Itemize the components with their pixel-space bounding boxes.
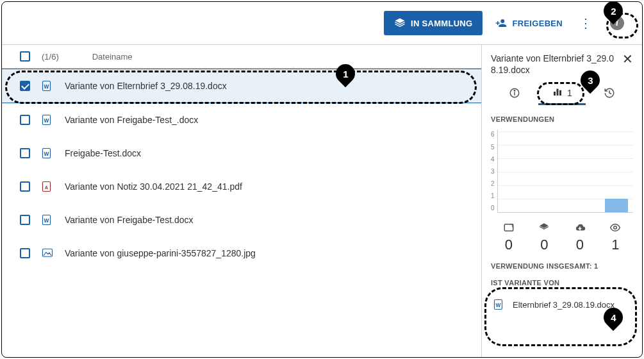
svg-text:W: W xyxy=(44,118,49,124)
stat-embed-value: 0 xyxy=(505,237,513,253)
svg-rect-14 xyxy=(554,92,556,96)
chart-plot xyxy=(497,129,633,213)
content-area: (1/6) Dateiname W Variante von Elternbri… xyxy=(2,45,642,357)
file-row[interactable]: W Variante von Elternbrief 3_29.08.19.do… xyxy=(2,69,481,103)
bar-chart-icon xyxy=(552,86,563,99)
more-menu-button[interactable]: ⋮ xyxy=(575,15,596,31)
layers-icon xyxy=(538,222,550,235)
svg-rect-15 xyxy=(557,89,559,96)
in-collection-label: IN SAMMLUNG xyxy=(411,19,472,28)
history-icon xyxy=(604,87,615,101)
person-add-icon xyxy=(495,17,507,29)
file-row[interactable]: W Variante von Freigabe-Test.docx xyxy=(2,203,481,237)
svg-text:W: W xyxy=(44,151,49,157)
close-panel-button[interactable]: ✕ xyxy=(622,53,633,65)
selection-count: (1/6) xyxy=(42,52,59,62)
stat-embed: 0 xyxy=(491,222,527,253)
file-list-header: (1/6) Dateiname xyxy=(2,45,481,69)
panel-titlebar: Variante von Elternbrief 3_29.08.19.docx… xyxy=(491,53,633,76)
file-row[interactable]: W Variante von Freigabe-Test_.docx xyxy=(2,103,481,137)
stat-download: 0 xyxy=(562,222,598,253)
tab-history[interactable] xyxy=(586,83,633,104)
toolbar: IN SAMMLUNG FREIGEBEN ⋮ i xyxy=(2,2,642,45)
info-outline-icon xyxy=(509,87,520,101)
layers-icon xyxy=(394,17,406,29)
in-collection-button[interactable]: IN SAMMLUNG xyxy=(384,11,483,35)
word-icon: W xyxy=(42,113,53,126)
select-all-checkbox[interactable] xyxy=(20,51,30,62)
file-name: Variante von Elternbrief 3_29.08.19.docx xyxy=(65,81,227,91)
chart-bar xyxy=(605,199,628,213)
stat-view-value: 1 xyxy=(611,237,619,253)
image-icon xyxy=(42,247,53,260)
pdf-icon: A xyxy=(42,180,53,193)
row-checkbox[interactable] xyxy=(20,115,30,125)
row-checkbox[interactable] xyxy=(20,181,30,192)
word-icon: W xyxy=(493,298,505,311)
embed-icon xyxy=(503,222,515,235)
cloud-download-icon xyxy=(574,222,586,235)
stat-row: 0 0 0 1 xyxy=(491,222,633,253)
variant-file-name: Elternbrief 3_29.08.19.docx xyxy=(513,300,615,310)
usage-label: VERWENDUNGEN xyxy=(491,115,633,123)
file-row[interactable]: Variante von giuseppe-parini-3557827_128… xyxy=(2,237,481,270)
svg-point-18 xyxy=(614,226,617,230)
column-filename: Dateiname xyxy=(92,52,133,62)
share-button[interactable]: FREIGEBEN xyxy=(493,11,565,35)
word-icon: W xyxy=(42,79,53,92)
row-checkbox[interactable] xyxy=(20,81,30,91)
file-name: Variante von Notiz 30.04.2021 21_42_41.p… xyxy=(65,181,242,192)
stat-collection-value: 0 xyxy=(540,237,548,253)
file-name: Variante von Freigabe-Test_.docx xyxy=(65,115,198,125)
stat-view: 1 xyxy=(598,222,634,253)
file-name: Variante von Freigabe-Test.docx xyxy=(65,215,194,225)
word-icon: W xyxy=(42,213,53,226)
panel-tabs: 1 xyxy=(491,82,633,106)
file-name: Freigabe-Test.docx xyxy=(65,148,141,158)
info-button[interactable]: i xyxy=(610,16,624,30)
is-variant-label: IST VARIANTE VON xyxy=(491,279,633,287)
svg-text:W: W xyxy=(44,218,49,224)
app-frame: IN SAMMLUNG FREIGEBEN ⋮ i (1/6) Dateinam… xyxy=(1,1,643,358)
usage-chart: 6543210 xyxy=(491,129,633,213)
total-usage-label: VERWENDUNG INSGESAMT: 1 xyxy=(491,262,633,270)
chart-y-axis: 6543210 xyxy=(491,129,495,213)
svg-point-13 xyxy=(514,90,515,91)
tab-stats-count: 1 xyxy=(567,88,572,98)
svg-text:W: W xyxy=(44,84,49,90)
row-checkbox[interactable] xyxy=(20,248,30,258)
file-list-pane: (1/6) Dateiname W Variante von Elternbri… xyxy=(2,45,482,357)
variant-of-row[interactable]: W Elternbrief 3_29.08.19.docx xyxy=(491,293,633,313)
details-panel: Variante von Elternbrief 3_29.08.19.docx… xyxy=(482,45,642,357)
panel-title: Variante von Elternbrief 3_29.08.19.docx xyxy=(491,53,619,76)
svg-text:A: A xyxy=(45,185,48,190)
stat-collection: 0 xyxy=(527,222,563,253)
eye-icon xyxy=(609,222,622,235)
svg-rect-17 xyxy=(504,224,513,231)
tab-stats[interactable]: 1 xyxy=(538,82,586,105)
stat-download-value: 0 xyxy=(576,237,584,253)
file-row[interactable]: A Variante von Notiz 30.04.2021 21_42_41… xyxy=(2,170,481,203)
file-row[interactable]: W Freigabe-Test.docx xyxy=(2,137,481,170)
row-checkbox[interactable] xyxy=(20,148,30,158)
share-label: FREIGEBEN xyxy=(512,19,563,28)
tab-info[interactable] xyxy=(491,83,538,104)
svg-text:W: W xyxy=(496,303,501,308)
svg-rect-16 xyxy=(559,90,561,96)
file-name: Variante von giuseppe-parini-3557827_128… xyxy=(65,248,256,258)
row-checkbox[interactable] xyxy=(20,215,30,225)
word-icon: W xyxy=(42,147,53,160)
